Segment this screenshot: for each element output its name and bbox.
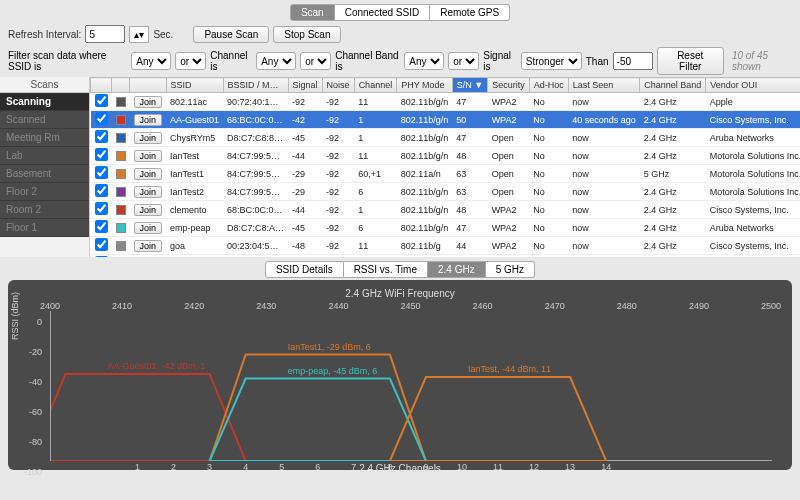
col-header[interactable] xyxy=(91,78,112,93)
col-header[interactable]: BSSID / M… xyxy=(223,78,288,93)
color-chip-icon xyxy=(116,115,126,125)
tab-remote-gps[interactable]: Remote GPS xyxy=(430,4,510,21)
col-header[interactable]: Signal xyxy=(288,78,322,93)
col-header[interactable]: Security xyxy=(488,78,530,93)
sidebar-item-floor-1[interactable]: Floor 1 xyxy=(0,219,89,237)
bottom-panel: SSID Details RSSI vs. Time 2.4 GHz 5 GHz… xyxy=(0,257,800,474)
row-checkbox[interactable] xyxy=(95,112,108,125)
refresh-interval-stepper[interactable]: ▴▾ xyxy=(129,26,149,43)
filter-ssid-select[interactable]: Any xyxy=(131,52,171,70)
x-tick-channel: 14 xyxy=(601,462,611,472)
row-checkbox[interactable] xyxy=(95,238,108,251)
y-tick: -40 xyxy=(22,377,42,387)
filter-band-select[interactable]: Any xyxy=(404,52,444,70)
sidebar-item-room-2[interactable]: Room 2 xyxy=(0,201,89,219)
filter-signal-label: Signal is xyxy=(483,50,517,72)
filter-band-label: Channel Band is xyxy=(335,50,400,72)
row-checkbox[interactable] xyxy=(95,184,108,197)
y-tick: -80 xyxy=(22,437,42,447)
filter-channel-op[interactable]: or xyxy=(300,52,331,70)
join-button[interactable]: Join xyxy=(134,96,163,108)
color-chip-icon xyxy=(116,169,126,179)
row-checkbox[interactable] xyxy=(95,130,108,143)
join-button[interactable]: Join xyxy=(134,240,163,252)
table-row[interactable]: Joingoa00:23:04:5…-48-9211802.11b/g44WPA… xyxy=(91,237,801,255)
x-tick-channel: 5 xyxy=(279,462,284,472)
table-row[interactable]: Joinlinksys00:18:F8:E…-41-926802.11n51Op… xyxy=(91,255,801,258)
col-header[interactable]: Vendor OUI xyxy=(706,78,800,93)
table-row[interactable]: Joinclemento68:BC:0C:0…-44-921802.11b/g/… xyxy=(91,201,801,219)
table-row[interactable]: Joinemp-peapD8:C7:C8:A…-45-926802.11b/g/… xyxy=(91,219,801,237)
col-header[interactable]: Channel Band xyxy=(640,78,706,93)
col-header[interactable]: Channel xyxy=(354,78,397,93)
col-header[interactable]: PHY Mode xyxy=(397,78,453,93)
join-button[interactable]: Join xyxy=(134,222,163,234)
x-tick-freq: 2400 xyxy=(40,301,60,311)
x-tick-channel: 10 xyxy=(457,462,467,472)
x-tick-freq: 2470 xyxy=(545,301,565,311)
tab-ssid-details[interactable]: SSID Details xyxy=(265,261,344,278)
reset-filter-button[interactable]: Reset Filter xyxy=(657,47,724,75)
tab-scan[interactable]: Scan xyxy=(290,4,335,21)
join-button[interactable]: Join xyxy=(134,150,163,162)
col-header[interactable] xyxy=(112,78,130,93)
x-tick-channel: 7 xyxy=(351,462,356,472)
sidebar-item-meeting-rm[interactable]: Meeting Rm xyxy=(0,129,89,147)
table-row[interactable]: JoinChysRYm5D8:C7:C8:8…-45-921802.11b/g/… xyxy=(91,129,801,147)
join-button[interactable]: Join xyxy=(134,168,163,180)
filter-channel-select[interactable]: Any xyxy=(256,52,296,70)
row-checkbox[interactable] xyxy=(95,94,108,107)
col-header[interactable]: S/N ▼ xyxy=(452,78,487,93)
network-table-wrap[interactable]: SSIDBSSID / M…SignalNoiseChannelPHY Mode… xyxy=(90,77,800,257)
join-button[interactable]: Join xyxy=(134,186,163,198)
y-tick: 0 xyxy=(22,317,42,327)
col-header[interactable]: Ad-Hoc xyxy=(529,78,568,93)
stop-scan-button[interactable]: Stop Scan xyxy=(273,26,341,43)
x-tick-freq: 2410 xyxy=(112,301,132,311)
table-row[interactable]: JoinIanTest84:C7:99:5…-44-9211802.11b/g/… xyxy=(91,147,801,165)
table-row[interactable]: JoinIanTest284:C7:99:5…-29-926802.11b/g/… xyxy=(91,183,801,201)
row-checkbox[interactable] xyxy=(95,166,108,179)
table-row[interactable]: JoinAA-Guest0168:BC:0C:0…-42-921802.11b/… xyxy=(91,111,801,129)
tab-rssi-time[interactable]: RSSI vs. Time xyxy=(344,261,428,278)
chart-box: 2.4 GHz WiFi Frequency RSSI (dBm) 0-20-4… xyxy=(8,280,792,470)
sidebar-item-scanned[interactable]: Scanned xyxy=(0,111,89,129)
join-button[interactable]: Join xyxy=(134,114,163,126)
x-tick-channel: 1 xyxy=(135,462,140,472)
tab-5ghz[interactable]: 5 GHz xyxy=(486,261,535,278)
tab-24ghz[interactable]: 2.4 GHz xyxy=(428,261,486,278)
filter-band-op[interactable]: or xyxy=(448,52,479,70)
sidebar-item-scanning[interactable]: Scanning xyxy=(0,93,89,111)
filter-ssid-op[interactable]: or xyxy=(175,52,206,70)
color-chip-icon xyxy=(116,151,126,161)
chart-title: 2.4 GHz WiFi Frequency xyxy=(14,288,786,299)
row-checkbox[interactable] xyxy=(95,202,108,215)
sidebar-item-basement[interactable]: Basement xyxy=(0,165,89,183)
row-checkbox[interactable] xyxy=(95,256,108,257)
sidebar-item-floor-2[interactable]: Floor 2 xyxy=(0,183,89,201)
join-button[interactable]: Join xyxy=(134,204,163,216)
x-tick-freq: 2500 xyxy=(761,301,781,311)
table-row[interactable]: JoinIanTest184:C7:99:5…-29-9260,+1802.11… xyxy=(91,165,801,183)
table-row[interactable]: Join802.11ac90:72:40:1…-92-9211802.11b/g… xyxy=(91,93,801,111)
col-header[interactable]: Last Seen xyxy=(568,78,640,93)
sec-label: Sec. xyxy=(153,29,173,40)
col-header[interactable] xyxy=(130,78,167,93)
y-tick: -100 xyxy=(22,467,42,477)
sidebar-item-lab[interactable]: Lab xyxy=(0,147,89,165)
refresh-interval-input[interactable] xyxy=(85,25,125,43)
color-chip-icon xyxy=(116,223,126,233)
x-tick-freq: 2490 xyxy=(689,301,709,311)
scan-toolbar: Refresh Interval: ▴▾ Sec. Pause Scan Sto… xyxy=(0,23,800,45)
filter-than-input[interactable] xyxy=(613,52,653,70)
pause-scan-button[interactable]: Pause Scan xyxy=(193,26,269,43)
filter-signal-select[interactable]: Stronger xyxy=(521,52,582,70)
row-checkbox[interactable] xyxy=(95,220,108,233)
join-button[interactable]: Join xyxy=(134,132,163,144)
row-checkbox[interactable] xyxy=(95,148,108,161)
chart-ylabel: RSSI (dBm) xyxy=(10,292,20,340)
col-header[interactable]: SSID xyxy=(166,78,223,93)
color-chip-icon xyxy=(116,97,126,107)
col-header[interactable]: Noise xyxy=(322,78,354,93)
tab-connected-ssid[interactable]: Connected SSID xyxy=(335,4,431,21)
